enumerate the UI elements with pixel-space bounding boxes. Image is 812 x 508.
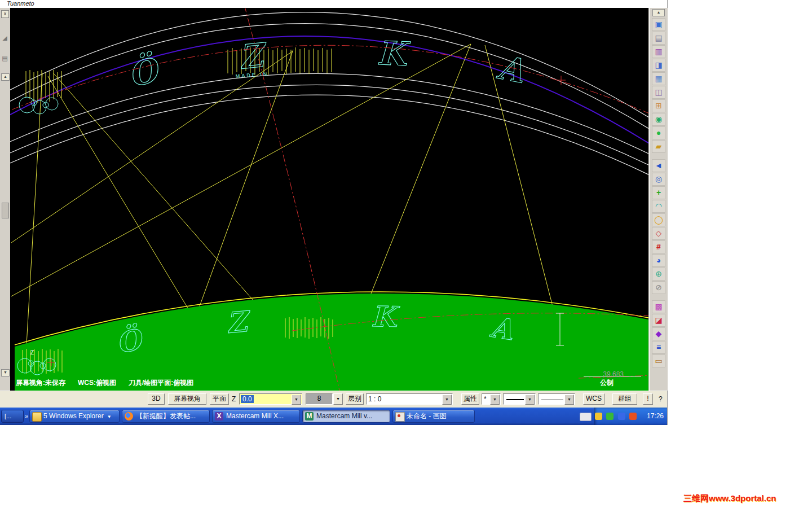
shaded-sphere-icon[interactable]: ●	[652, 126, 665, 139]
taskbar: [... » 5 Windows Explorer▼ 【新提醒】发表帖... X…	[0, 408, 667, 425]
line-style-combo[interactable]: ▼	[538, 393, 575, 405]
cad-canvas: Ö Z K A MADE IN	[10, 8, 648, 391]
gview-iso-icon[interactable]: ⊕	[652, 268, 665, 281]
save-screen-icon[interactable]: ▣	[652, 18, 665, 31]
folder-icon	[32, 412, 42, 422]
sketch-tool-icon[interactable]: ◢	[1, 34, 9, 42]
tray-icon-messenger[interactable]	[595, 413, 602, 420]
system-tray: 17:26	[594, 408, 667, 425]
line-width-combo[interactable]: ▼	[503, 393, 536, 405]
chevron-down-icon[interactable]: ▼	[442, 395, 452, 405]
svg-text:A: A	[494, 48, 528, 91]
z-depth-combo[interactable]: 0.0 ▼	[239, 393, 302, 405]
menu-title[interactable]: Tuanmeto	[7, 0, 34, 7]
svg-text:Ö: Ö	[125, 50, 164, 95]
depth-field[interactable]: 8	[306, 393, 333, 405]
taskbar-button-explorer[interactable]: 5 Windows Explorer▼	[29, 410, 120, 423]
tray-icon-network[interactable]	[618, 413, 625, 420]
zoom-window-icon[interactable]: ◎	[652, 173, 665, 186]
print-icon[interactable]: ▤	[652, 32, 665, 45]
taskbar-button-mastercam-x[interactable]: X Mastercam Mill X...	[212, 410, 300, 423]
graphics-viewport[interactable]: Ö Z K A MADE IN	[10, 8, 648, 391]
file-convert-icon[interactable]: ◫	[652, 86, 665, 99]
paint-icon	[395, 412, 405, 422]
line-width-sample	[506, 399, 524, 400]
copy-image-icon[interactable]: ◨	[652, 59, 665, 72]
edit-erase-icon[interactable]: ▰	[652, 140, 665, 153]
chevron-down-icon[interactable]: ▼	[292, 395, 301, 405]
mode-3d-button[interactable]: 3D	[148, 393, 165, 405]
status-wcs: WCS:俯视图	[78, 379, 116, 387]
scrollbar-thumb[interactable]	[2, 203, 9, 218]
point-style-combo[interactable]: * ▼	[482, 393, 501, 405]
gview-button[interactable]: 屏幕视角	[168, 393, 206, 405]
status-ribbon: 3D 屏幕视角 平面 Z 0.0 ▼ 8 ▼ 层别 1 : 0 ▼ 属性 * ▼…	[0, 391, 667, 408]
quick-launch-chevron-icon[interactable]: »	[25, 413, 28, 419]
right-toolbar: ▲ ▣ ▤ ▥ ◨ ▦ ◫ ⊞ ◉ ● ▰ ◄ ◎ + ◠ ◯ ◇ # ◕ ⊕ …	[649, 8, 668, 391]
chevron-down-icon: ▼	[107, 414, 112, 419]
mastercam-icon: M	[305, 412, 314, 421]
green-band	[15, 294, 648, 391]
scroll-up-icon[interactable]: ▲	[1, 73, 10, 81]
entity-mask-icon[interactable]: ◆	[652, 327, 665, 340]
chevron-down-icon[interactable]: ▼	[525, 395, 535, 405]
previous-view-icon[interactable]: ◄	[652, 159, 665, 172]
language-bar-icon[interactable]	[580, 413, 592, 421]
browser-icon	[125, 412, 133, 421]
point-style-value: *	[484, 395, 487, 403]
group-button[interactable]: 群组	[612, 393, 637, 405]
shading-icon[interactable]: ◕	[652, 254, 665, 267]
grid-icon[interactable]: #	[652, 240, 665, 253]
menubar: Tuanmeto	[0, 0, 667, 8]
help-label[interactable]: ?	[659, 395, 663, 403]
combine-views-icon[interactable]: ⊞	[652, 99, 665, 112]
status-view: 屏幕视角:未保存	[16, 379, 65, 387]
logo-text-top: Ö Z K A MADE IN	[125, 34, 528, 95]
chevron-down-icon[interactable]: ▼	[564, 395, 574, 405]
level-button[interactable]: 层别	[346, 393, 364, 405]
wcs-button[interactable]: WCS	[583, 393, 604, 405]
chevron-down-icon[interactable]: ▼	[490, 395, 500, 405]
z-label: Z	[232, 395, 236, 403]
taskbar-button-browser[interactable]: 【新提醒】发表帖...	[122, 410, 210, 423]
plane-button[interactable]: 平面	[210, 393, 229, 405]
viewport-status-line: 屏幕视角:未保存WCS:俯视图刀具/绘图平面:俯视图	[16, 378, 206, 388]
line-style-sample	[541, 400, 563, 400]
mastercam-window: Tuanmeto x ◢ ▤ ▲ ▼	[0, 0, 668, 425]
level-manager-icon[interactable]: ≡	[652, 341, 665, 354]
alert-button[interactable]: !	[643, 393, 653, 405]
viewsheet-icon[interactable]: ▭	[652, 354, 665, 367]
attribute-set-icon[interactable]: ◪	[652, 314, 665, 327]
z-depth-value: 0.0	[241, 395, 254, 403]
blank-entity-icon[interactable]: ⊘	[652, 281, 665, 294]
watermark: 三维网www.3dportal.cn	[683, 493, 776, 504]
color-palette-icon[interactable]: ▩	[652, 300, 665, 313]
taskbar-button-mastercam-v[interactable]: M Mastercam Mill v...	[302, 410, 390, 423]
mastercam-icon: X	[215, 412, 223, 421]
repaint-icon[interactable]: ◠	[652, 200, 665, 213]
level-value: 1 : 0	[368, 395, 381, 403]
tray-icon-security[interactable]	[606, 413, 614, 420]
scroll-down-icon[interactable]: ▼	[1, 369, 10, 376]
status-tool-plane: 刀具/绘图平面:俯视图	[129, 379, 193, 387]
level-combo[interactable]: 1 : 0 ▼	[366, 393, 453, 405]
taskbar-button-paint[interactable]: 未命名 - 画图	[392, 410, 475, 423]
svg-text:K: K	[377, 34, 411, 73]
dynamic-rotate-icon[interactable]: ◯	[652, 213, 665, 226]
zoom-fit-icon[interactable]: +	[652, 186, 665, 199]
close-panel-button[interactable]: x	[1, 10, 9, 18]
screen-capture-icon[interactable]: ▦	[652, 72, 665, 85]
analyze-entity-icon[interactable]: ◉	[652, 113, 665, 126]
svg-text:Z: Z	[237, 36, 270, 77]
trim-tool-icon[interactable]: ▤	[1, 54, 9, 63]
clock[interactable]: 17:26	[647, 412, 664, 420]
plot-icon[interactable]: ▥	[652, 45, 665, 58]
dimension-value: 39.683	[603, 370, 624, 378]
axis-z-label: Z	[30, 349, 34, 356]
quick-launch-button[interactable]: [...	[1, 410, 24, 423]
curve-tool-icon[interactable]: ◇	[652, 227, 665, 240]
attributes-button[interactable]: 属性	[461, 393, 479, 405]
toolbar-scroll-up-icon[interactable]: ▲	[652, 9, 665, 16]
tray-icon-update[interactable]	[629, 413, 637, 420]
depth-dropdown-icon[interactable]: ▼	[333, 393, 343, 405]
